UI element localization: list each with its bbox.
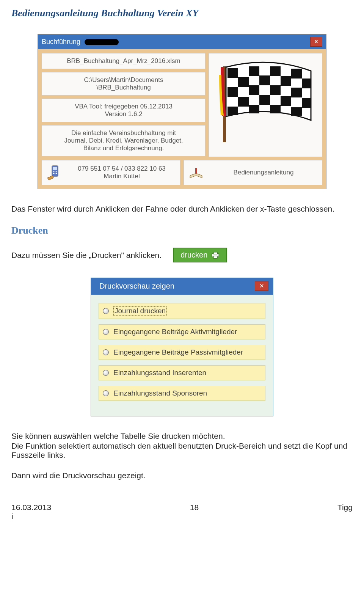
svg-point-25 — [56, 171, 57, 173]
radio-icon — [103, 329, 109, 335]
doc-title: Bedienungsanleitung Buchhaltung Verein X… — [11, 8, 353, 19]
svg-rect-18 — [249, 105, 259, 113]
svg-rect-6 — [259, 75, 270, 85]
svg-rect-14 — [259, 95, 270, 105]
about-desc-line3: Bilanz und Erfolgsrechnung. — [47, 144, 201, 152]
svg-rect-12 — [291, 88, 302, 97]
svg-rect-19 — [270, 105, 281, 113]
radio-label: Journal drucken — [113, 306, 167, 316]
print-preview-dialog: Druckvorschau zeigen ✕ Journal drucken E… — [91, 278, 273, 416]
preview-close-button[interactable]: ✕ — [255, 281, 268, 291]
radio-beitraege-passiv[interactable]: Eingegangene Beiträge Passivmitglieder — [99, 345, 265, 360]
radio-journal-drucken[interactable]: Journal drucken — [99, 303, 265, 319]
drucken-button[interactable]: drucken — [173, 248, 227, 262]
paragraph-close-window: Das Fenster wird durch Anklicken der Fah… — [11, 204, 353, 214]
drucken-button-label: drucken — [180, 251, 207, 259]
about-title-text: Buchführung — [42, 38, 80, 46]
about-desc-line1: Die einfache Vereinsbuchhaltung mit — [47, 129, 201, 137]
paragraph-auto-select: Die Funktion selektiert automatisch den … — [11, 441, 353, 460]
paragraph-preview-shown: Dann wird die Druckvorschau gezeigt. — [11, 471, 353, 480]
svg-rect-7 — [281, 76, 291, 86]
radio-sponsoren[interactable]: Einzahlungsstand Sponsoren — [99, 386, 265, 401]
radio-label: Eingegangene Beiträge Aktivmitglieder — [113, 328, 237, 336]
about-path: C:\Users\Martin\Documents \BRB_Buchhaltu… — [42, 72, 206, 96]
about-version-line1: VBA Tool; freigegeben 05.12.2013 — [47, 103, 201, 110]
manual-label: Bedienungsanleitung — [209, 169, 318, 176]
svg-rect-15 — [281, 96, 291, 106]
about-version-line2: Version 1.6.2 — [47, 110, 201, 118]
svg-rect-4 — [291, 69, 302, 79]
svg-rect-1 — [228, 68, 238, 78]
contact-name: Martin Küttel — [67, 173, 176, 180]
radio-label: Eingegangene Beiträge Passivmitglieder — [113, 348, 243, 356]
svg-point-24 — [55, 171, 56, 173]
svg-point-26 — [53, 173, 54, 174]
svg-rect-22 — [53, 167, 57, 170]
about-filename: BRB_Buchhaltung_Apr_Mrz_2016.xlsm — [42, 53, 206, 69]
svg-point-23 — [53, 171, 54, 173]
about-version: VBA Tool; freigegeben 05.12.2013 Version… — [42, 99, 206, 122]
svg-rect-9 — [228, 87, 238, 97]
book-icon — [188, 164, 204, 181]
preview-title-text: Druckvorschau zeigen — [99, 282, 174, 291]
footer-author: Tigg — [337, 503, 353, 521]
radio-icon — [103, 370, 109, 376]
page-footer: 16.03.2013 i 18 Tigg — [11, 503, 353, 521]
svg-point-27 — [55, 173, 56, 174]
checkered-flag-icon[interactable] — [209, 53, 322, 157]
phone-icon — [46, 164, 63, 181]
heading-drucken: Drucken — [11, 225, 353, 236]
svg-rect-20 — [291, 107, 302, 116]
redacted-bar — [85, 39, 119, 45]
radio-label: Einzahlungsstand Sponsoren — [113, 389, 207, 397]
svg-rect-10 — [249, 85, 259, 95]
svg-rect-16 — [302, 98, 311, 108]
svg-point-28 — [56, 173, 57, 174]
radio-icon — [103, 308, 109, 314]
radio-inserenten[interactable]: Einzahlungsstand Inserenten — [99, 365, 265, 380]
svg-rect-11 — [270, 85, 281, 95]
contact-cell: 079 551 07 54 / 033 822 10 63 Martin Küt… — [42, 160, 180, 185]
svg-rect-29 — [195, 168, 197, 173]
footer-page-number: 18 — [190, 503, 199, 521]
about-description: Die einfache Vereinsbuchhaltung mit Jour… — [42, 125, 206, 156]
radio-label: Einzahlungsstand Inserenten — [113, 369, 206, 377]
about-path-line1: C:\Users\Martin\Documents — [47, 76, 201, 84]
contact-phone: 079 551 07 54 / 033 822 10 63 — [67, 165, 176, 173]
close-button[interactable]: × — [310, 37, 322, 47]
svg-rect-17 — [228, 107, 238, 115]
manual-cell[interactable]: Bedienungsanleitung — [184, 160, 322, 185]
about-dialog: Buchführung × BRB_Buchhaltung_Apr_Mrz_20… — [38, 34, 326, 189]
svg-rect-3 — [270, 66, 281, 76]
radio-icon — [103, 390, 109, 396]
svg-rect-2 — [249, 66, 259, 76]
paragraph-select-table: Sie können auswählen welche Tabelle Sie … — [11, 432, 353, 441]
footer-i: i — [11, 512, 51, 521]
preview-titlebar: Druckvorschau zeigen ✕ — [91, 278, 273, 295]
radio-beitraege-aktiv[interactable]: Eingegangene Beiträge Aktivmitglieder — [99, 324, 265, 339]
svg-rect-5 — [238, 77, 249, 87]
paragraph-drucken-hint: Dazu müssen Sie die „Drucken" anklicken. — [11, 251, 162, 260]
about-titlebar: Buchführung × — [38, 35, 326, 49]
about-path-line2: \BRB_Buchhaltung — [47, 84, 201, 91]
radio-icon — [103, 349, 109, 355]
printer-icon — [211, 252, 220, 259]
svg-rect-13 — [238, 97, 249, 107]
svg-rect-8 — [302, 79, 311, 88]
svg-rect-32 — [213, 256, 217, 258]
footer-date: 16.03.2013 — [11, 503, 51, 512]
about-desc-line2: Journal, Debi, Kredi, Warenlager, Budget… — [47, 137, 201, 144]
svg-rect-31 — [213, 252, 217, 254]
